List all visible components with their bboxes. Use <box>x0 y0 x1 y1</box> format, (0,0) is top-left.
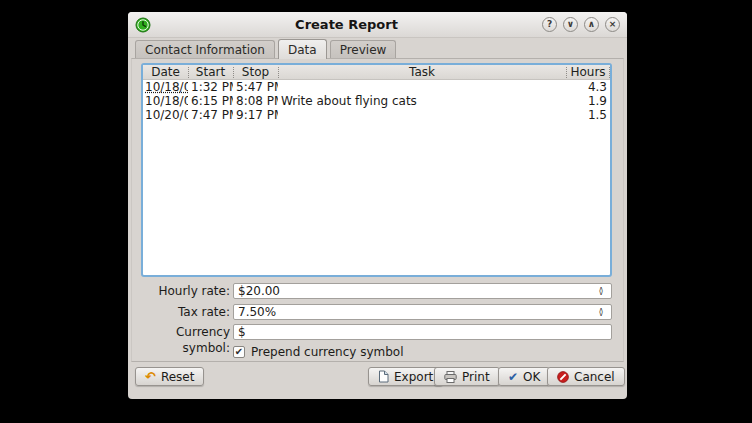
hourly-rate-spin-arrows[interactable]: ∧ ∨ <box>594 283 608 299</box>
cell-hours[interactable]: 4.3 <box>566 80 610 94</box>
cell-start[interactable]: 7:47 PM <box>188 108 233 122</box>
create-report-dialog: Create Report ? ∨ ∧ × Contact Informatio… <box>128 12 627 399</box>
cancel-button[interactable]: Cancel <box>547 367 625 386</box>
tax-rate-label: Tax rate: <box>133 304 230 320</box>
help-button[interactable]: ? <box>542 17 557 32</box>
cell-task[interactable]: Write about flying cats <box>278 94 566 108</box>
tab-bar: Contact Information Data Preview <box>135 40 399 59</box>
print-button-label: Print <box>462 370 490 384</box>
cell-start[interactable]: 6:15 PM <box>188 94 233 108</box>
tab-contact-information[interactable]: Contact Information <box>135 40 275 58</box>
column-header-hours[interactable]: Hours <box>566 65 610 80</box>
cell-hours[interactable]: 1.5 <box>566 108 610 122</box>
hourly-rate-label: Hourly rate: <box>133 283 230 299</box>
table-row[interactable]: 10/18/08 1:32 PM 5:47 PM 4.3 <box>143 80 610 94</box>
app-clock-icon <box>135 17 151 33</box>
cell-stop[interactable]: 5:47 PM <box>233 80 278 94</box>
ok-button[interactable]: ✔ OK <box>498 367 550 386</box>
prepend-currency-checkbox-row[interactable]: ✔ Prepend currency symbol <box>233 345 404 359</box>
column-header-start[interactable]: Start <box>188 65 233 80</box>
tax-rate-spin-arrows[interactable]: ∧ ∨ <box>594 304 608 320</box>
titlebar[interactable]: Create Report ? ∨ ∧ × <box>128 12 627 38</box>
ok-button-label: OK <box>523 370 540 384</box>
cell-start[interactable]: 1:32 PM <box>188 80 233 94</box>
window-title: Create Report <box>151 17 542 32</box>
cell-date[interactable]: 10/20/08 <box>143 108 188 122</box>
cell-date[interactable]: 10/18/08 <box>143 94 188 108</box>
cell-task[interactable] <box>278 80 566 94</box>
table-row[interactable]: 10/18/08 6:15 PM 8:08 PM Write about fly… <box>143 94 610 108</box>
table-header-row: Date Start Stop Task Hours <box>143 65 610 80</box>
export-button-label: Export <box>394 370 433 384</box>
no-entry-icon <box>557 371 569 383</box>
column-header-task[interactable]: Task <box>278 65 566 80</box>
cell-task[interactable] <box>278 108 566 122</box>
currency-symbol-input[interactable] <box>233 324 612 340</box>
tax-rate-spinbox[interactable] <box>233 304 612 320</box>
spin-down-icon[interactable]: ∨ <box>598 312 603 316</box>
prepend-currency-checkbox[interactable]: ✔ <box>233 346 245 358</box>
column-header-stop[interactable]: Stop <box>233 65 278 80</box>
cell-stop[interactable]: 8:08 PM <box>233 94 278 108</box>
document-export-icon <box>378 370 389 383</box>
hourly-rate-spinbox[interactable] <box>233 283 612 299</box>
minimize-button[interactable]: ∨ <box>563 17 578 32</box>
check-icon: ✔ <box>508 371 518 383</box>
prepend-currency-label: Prepend currency symbol <box>251 345 404 359</box>
cell-hours[interactable]: 1.9 <box>566 94 610 108</box>
checkmark-icon: ✔ <box>235 347 243 357</box>
undo-arrow-icon: ↶ <box>145 370 156 383</box>
tab-preview[interactable]: Preview <box>330 40 397 58</box>
print-button[interactable]: Print <box>434 367 500 386</box>
table-row[interactable]: 10/20/08 7:47 PM 9:17 PM 1.5 <box>143 108 610 122</box>
column-header-date[interactable]: Date <box>143 65 188 80</box>
cell-stop[interactable]: 9:17 PM <box>233 108 278 122</box>
tab-data[interactable]: Data <box>278 39 327 59</box>
export-button[interactable]: Export <box>368 367 443 386</box>
time-entries-table[interactable]: Date Start Stop Task Hours 10/18/08 1:32… <box>141 63 612 277</box>
printer-icon <box>444 371 457 383</box>
currency-symbol-label: Currency symbol: <box>133 324 230 340</box>
close-button[interactable]: × <box>605 17 620 32</box>
window-controls: ? ∨ ∧ × <box>542 17 620 32</box>
cancel-button-label: Cancel <box>574 370 615 384</box>
cell-date[interactable]: 10/18/08 <box>145 80 188 94</box>
reset-button[interactable]: ↶ Reset <box>135 367 204 386</box>
spin-down-icon[interactable]: ∨ <box>598 291 603 295</box>
maximize-button[interactable]: ∧ <box>584 17 599 32</box>
reset-button-label: Reset <box>161 370 195 384</box>
